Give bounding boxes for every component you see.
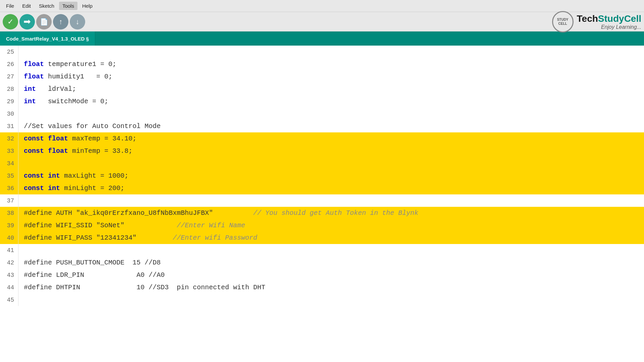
line-content[interactable]: #define PUSH_BUTTON_CMODE 15 //D8 bbox=[18, 256, 644, 269]
line-number: 38 bbox=[0, 207, 18, 219]
menu-sketch[interactable]: Sketch bbox=[36, 2, 58, 10]
table-row: 42#define PUSH_BUTTON_CMODE 15 //D8 bbox=[0, 256, 644, 269]
menu-help[interactable]: Help bbox=[79, 2, 96, 10]
line-content[interactable]: float temperature1 = 0; bbox=[18, 58, 644, 70]
line-content[interactable]: #define LDR_PIN A0 //A0 bbox=[18, 269, 644, 281]
line-number: 30 bbox=[0, 108, 18, 120]
table-row: 34 bbox=[0, 157, 644, 170]
line-content[interactable] bbox=[18, 294, 644, 306]
line-number: 33 bbox=[0, 145, 18, 157]
line-content[interactable]: #define DHTPIN 10 //SD3 pin connected wi… bbox=[18, 281, 644, 294]
table-row: 25 bbox=[0, 46, 644, 58]
line-number: 45 bbox=[0, 294, 18, 306]
line-number: 42 bbox=[0, 256, 18, 269]
line-content[interactable] bbox=[18, 46, 644, 58]
table-row: 40#define WIFI_PASS "12341234" //Enter w… bbox=[0, 232, 644, 244]
table-row: 45 bbox=[0, 294, 644, 306]
line-content[interactable]: float humidity1 = 0; bbox=[18, 70, 644, 83]
line-number: 39 bbox=[0, 219, 18, 232]
line-number: 44 bbox=[0, 281, 18, 294]
table-row: 43#define LDR_PIN A0 //A0 bbox=[0, 269, 644, 281]
line-number: 41 bbox=[0, 244, 18, 256]
line-number: 37 bbox=[0, 194, 18, 207]
code-editor: 25 26float temperature1 = 0;27float humi… bbox=[0, 46, 644, 362]
table-row: 44#define DHTPIN 10 //SD3 pin connected … bbox=[0, 281, 644, 294]
line-number: 27 bbox=[0, 70, 18, 83]
line-content[interactable]: //Set values for Auto Control Mode bbox=[18, 120, 644, 132]
line-content[interactable]: #define WIFI_PASS "12341234" //Enter wif… bbox=[18, 232, 644, 244]
line-number: 25 bbox=[0, 46, 18, 58]
line-number: 43 bbox=[0, 269, 18, 281]
table-row: 26float temperature1 = 0; bbox=[0, 58, 644, 70]
table-row: 32const float maxTemp = 34.10; bbox=[0, 132, 644, 145]
table-row: 29int switchMode = 0; bbox=[0, 95, 644, 108]
menubar: File Edit Sketch Tools Help bbox=[0, 0, 644, 12]
line-content[interactable] bbox=[18, 157, 644, 170]
line-content[interactable]: int ldrVal; bbox=[18, 83, 644, 95]
logo-icon: STUDYCELL bbox=[552, 11, 574, 33]
line-number: 28 bbox=[0, 83, 18, 95]
table-row: 41 bbox=[0, 244, 644, 256]
brand-name: TechStudyCell bbox=[577, 13, 641, 24]
line-content[interactable]: const float minTemp = 33.8; bbox=[18, 145, 644, 157]
line-number: 29 bbox=[0, 95, 18, 108]
line-number: 40 bbox=[0, 232, 18, 244]
line-content[interactable] bbox=[18, 194, 644, 207]
line-content[interactable] bbox=[18, 108, 644, 120]
table-row: 33const float minTemp = 33.8; bbox=[0, 145, 644, 157]
table-row: 28int ldrVal; bbox=[0, 83, 644, 95]
line-content[interactable]: const int maxLight = 1000; bbox=[18, 170, 644, 182]
line-content[interactable]: #define WIFI_SSID "SoNet" //Enter Wifi N… bbox=[18, 219, 644, 232]
line-number: 32 bbox=[0, 132, 18, 145]
line-content[interactable]: int switchMode = 0; bbox=[18, 95, 644, 108]
table-row: 37 bbox=[0, 194, 644, 207]
upload-button[interactable]: ➡ bbox=[19, 14, 35, 29]
new-button[interactable]: 📄 bbox=[36, 14, 52, 29]
save-button[interactable]: ↓ bbox=[70, 14, 85, 29]
menu-tools[interactable]: Tools bbox=[59, 2, 77, 10]
line-number: 35 bbox=[0, 170, 18, 182]
tab-bar: Code_SmartRelay_V4_1.3_OLED § bbox=[0, 32, 644, 46]
logo-area: STUDYCELL TechStudyCell Enjoy Learning..… bbox=[552, 11, 641, 33]
table-row: 30 bbox=[0, 108, 644, 120]
line-number: 34 bbox=[0, 157, 18, 170]
open-button[interactable]: ↑ bbox=[53, 14, 68, 29]
line-number: 36 bbox=[0, 182, 18, 194]
code-area[interactable]: 25 26float temperature1 = 0;27float humi… bbox=[0, 46, 644, 362]
table-row: 36const int minLight = 200; bbox=[0, 182, 644, 194]
line-content[interactable] bbox=[18, 244, 644, 256]
menu-file[interactable]: File bbox=[3, 2, 17, 10]
table-row: 31//Set values for Auto Control Mode bbox=[0, 120, 644, 132]
logo-text: TechStudyCell Enjoy Learning... bbox=[577, 13, 641, 30]
menu-edit[interactable]: Edit bbox=[19, 2, 34, 10]
table-row: 35const int maxLight = 1000; bbox=[0, 170, 644, 182]
line-content[interactable]: const float maxTemp = 34.10; bbox=[18, 132, 644, 145]
table-row: 38#define AUTH "ak_ikq0rErzfxano_U8fNbBx… bbox=[0, 207, 644, 219]
line-content[interactable]: const int minLight = 200; bbox=[18, 182, 644, 194]
line-content[interactable]: #define AUTH "ak_ikq0rErzfxano_U8fNbBxmB… bbox=[18, 207, 644, 219]
verify-button[interactable]: ✓ bbox=[3, 14, 18, 29]
toolbar: ✓ ➡ 📄 ↑ ↓ STUDYCELL TechStudyCell Enjoy … bbox=[0, 12, 644, 32]
table-row: 39#define WIFI_SSID "SoNet" //Enter Wifi… bbox=[0, 219, 644, 232]
table-row: 27float humidity1 = 0; bbox=[0, 70, 644, 83]
tagline: Enjoy Learning... bbox=[577, 24, 641, 30]
line-number: 26 bbox=[0, 58, 18, 70]
line-number: 31 bbox=[0, 120, 18, 132]
code-tab[interactable]: Code_SmartRelay_V4_1.3_OLED § bbox=[0, 32, 95, 46]
